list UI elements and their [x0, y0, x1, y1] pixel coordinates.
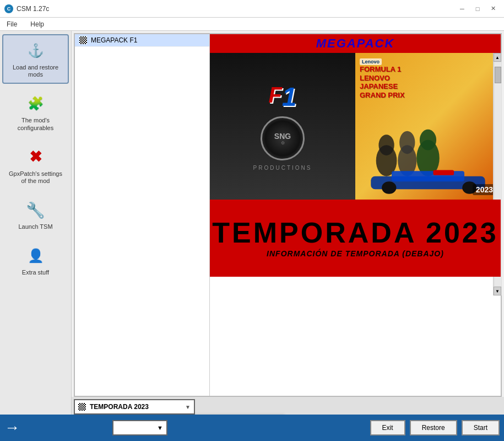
dropdown-flag-icon [78, 403, 86, 411]
person-icon: 👤 [25, 245, 47, 267]
dropdown-container: TEMPORADA 2023 ▼ ✖ TEST TRACKS 2018 ✖ TE… [74, 399, 502, 415]
anchor-icon: ⚓ [25, 40, 47, 62]
sidebar-label-launch-tsm: Launch TSM [18, 223, 52, 230]
arrow-right-icon: → [4, 419, 20, 437]
menu-file[interactable]: File [3, 19, 20, 29]
dropdown-selected-label: TEMPORADA 2023 [90, 403, 149, 411]
sidebar-item-gpxpatch[interactable]: ✖ GpxPatch's settings of the mod [2, 141, 69, 190]
controls-section: TEMPORADA 2023 ▼ ✖ TEST TRACKS 2018 ✖ TE… [72, 397, 504, 415]
preview-left: F1 SNG ⚙ PRODUCTIONS [210, 53, 355, 200]
f1-logo: F1 [268, 82, 296, 112]
megapack-header: MEGAPACK [210, 34, 501, 53]
main-layout: ⚓ Load and restore mods 🧩 The mod's conf… [0, 31, 504, 415]
cross-icon: ✖ [25, 146, 47, 168]
lenovo-label: Lenovo [360, 58, 382, 65]
temporada-subtitle: INFORMACIÓN DE TEMPORADA (DEBAJO) [267, 249, 444, 258]
sidebar-label-mod-config: The mod's configurables [6, 117, 66, 131]
close-button[interactable]: ✕ [486, 4, 500, 14]
dropdown-arrow-icon: ▼ [185, 404, 191, 410]
sidebar-item-load-restore[interactable]: ⚓ Load and restore mods [2, 34, 69, 84]
sidebar-label-load-restore: Load and restore mods [6, 64, 66, 78]
window-title: CSM 1.27c [17, 5, 49, 13]
scroll-down-button[interactable]: ▼ [494, 287, 501, 295]
preview-content: F1 SNG ⚙ PRODUCTIONS [210, 53, 501, 200]
image-section: MEGAPACK F1 MEGAPACK F1 [74, 33, 502, 397]
flag-icon [79, 36, 87, 44]
sidebar-label-extra-stuff: Extra stuff [22, 269, 49, 276]
main-dropdown[interactable]: TEMPORADA 2023 ▼ [74, 399, 195, 415]
mod-list-item-label: MEGAPACK F1 [91, 36, 137, 44]
event-line2: LENOVO [360, 74, 496, 83]
maximize-button[interactable]: □ [471, 4, 484, 14]
productions-text: PRODUCTIONS [253, 165, 312, 171]
menu-bar: File Help [0, 18, 504, 31]
event-line1: FORMULA 1 [360, 65, 496, 74]
start-button[interactable]: Start [462, 420, 500, 435]
menu-help[interactable]: Help [27, 19, 47, 29]
secondary-dropdown[interactable]: ▼ [112, 420, 167, 435]
f1-event-title: FORMULA 1 LENOVO JAPANESE GRAND PRIX [360, 65, 496, 99]
window-controls: ─ □ ✕ [456, 4, 500, 14]
preview-panel: MEGAPACK F1 SNG ⚙ [210, 34, 501, 396]
app-icon: C [4, 4, 13, 13]
title-bar-left: C CSM 1.27c [4, 4, 49, 13]
sidebar-label-gpxpatch: GpxPatch's settings of the mod [6, 170, 66, 185]
sidebar: ⚓ Load and restore mods 🧩 The mod's conf… [0, 31, 72, 415]
preview-bottom: TEMPORADA 2023 INFORMACIÓN DE TEMPORADA … [210, 200, 501, 277]
temporada-title: TEMPORADA 2023 [212, 218, 498, 247]
sng-logo: SNG ⚙ [261, 116, 305, 160]
title-bar: C CSM 1.27c ─ □ ✕ [0, 0, 504, 18]
bottom-bar: → ▼ Exit Restore Start [0, 415, 504, 441]
exit-button[interactable]: Exit [370, 420, 405, 435]
mod-list-panel: MEGAPACK F1 [75, 34, 210, 396]
preview-right: Lenovo FORMULA 1 LENOVO JAPANESE GRAND P… [355, 53, 501, 200]
sidebar-item-mod-config[interactable]: 🧩 The mod's configurables [2, 87, 69, 137]
tsm-icon: 🔧 [25, 199, 47, 221]
sidebar-item-extra-stuff[interactable]: 👤 Extra stuff [2, 239, 69, 282]
minimize-button[interactable]: ─ [456, 4, 469, 14]
puzzle-icon: 🧩 [25, 93, 47, 115]
content-area: MEGAPACK F1 MEGAPACK F1 [72, 31, 504, 415]
restore-button[interactable]: Restore [410, 420, 457, 435]
sidebar-item-launch-tsm[interactable]: 🔧 Launch TSM [2, 193, 69, 236]
dropdown-selected: TEMPORADA 2023 [78, 403, 149, 411]
mod-list-item-megapack[interactable]: MEGAPACK F1 [75, 34, 209, 47]
event-line4: GRAND PRIX [360, 91, 496, 100]
secondary-dropdown-arrow: ▼ [157, 424, 163, 431]
svg-point-8 [382, 181, 396, 194]
svg-rect-10 [433, 170, 454, 175]
preview-top-area: MEGAPACK F1 SNG ⚙ [210, 34, 501, 200]
event-line3: JAPANESE [360, 82, 496, 91]
